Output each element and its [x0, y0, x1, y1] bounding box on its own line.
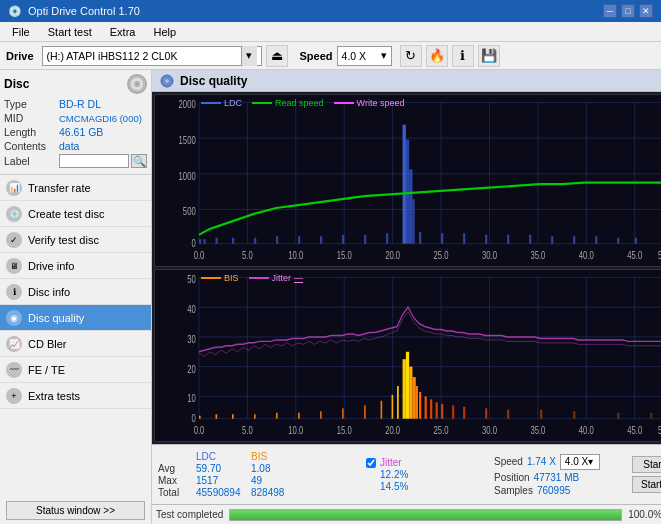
close-button[interactable]: ✕: [639, 4, 653, 18]
svg-text:40: 40: [187, 304, 196, 315]
svg-rect-71: [635, 238, 637, 244]
drive-info-icon: 🖥: [6, 258, 22, 274]
svg-text:0: 0: [191, 238, 195, 249]
svg-rect-70: [617, 238, 619, 244]
disc-label-input[interactable]: [59, 154, 129, 168]
progress-bar-container: Test completed 100.0% 66:23: [152, 504, 661, 524]
nav-fe-te-label: FE / TE: [28, 364, 65, 376]
legend-ldc-label: LDC: [224, 98, 242, 108]
svg-rect-116: [298, 413, 300, 419]
max-jitter: 14.5%: [366, 481, 486, 492]
disc-header: Disc: [4, 74, 147, 94]
menu-extra[interactable]: Extra: [102, 24, 144, 40]
stats-speed: Speed 1.74 X 4.0 X▾ Position 47731 MB Sa…: [494, 454, 624, 496]
start-full-button[interactable]: Start full: [632, 456, 661, 473]
svg-rect-63: [463, 233, 465, 243]
svg-text:10.0: 10.0: [288, 424, 303, 435]
speed-select-stat[interactable]: 4.0 X▾: [560, 454, 600, 470]
jitter-label: Jitter: [380, 457, 402, 468]
menu-file[interactable]: File: [4, 24, 38, 40]
menu-help[interactable]: Help: [145, 24, 184, 40]
nav-cd-bler[interactable]: 📈 CD Bler: [0, 331, 151, 357]
legend-ldc: LDC: [201, 98, 242, 108]
svg-rect-126: [412, 377, 415, 419]
nav-create-test-disc[interactable]: 💿 Create test disc: [0, 201, 151, 227]
nav-disc-quality[interactable]: ◉ Disc quality: [0, 305, 151, 331]
svg-rect-135: [485, 408, 487, 418]
svg-text:30: 30: [187, 334, 196, 345]
svg-rect-67: [551, 236, 553, 243]
samples-row: Samples 760995: [494, 485, 624, 496]
speed-arrow[interactable]: ▾: [381, 49, 387, 62]
svg-rect-134: [463, 407, 465, 419]
svg-text:30.0: 30.0: [482, 424, 497, 435]
nav-transfer-rate-label: Transfer rate: [28, 182, 91, 194]
drive-arrow[interactable]: ▾: [241, 46, 257, 66]
save-button[interactable]: 💾: [478, 45, 500, 67]
svg-rect-51: [276, 236, 278, 243]
disc-quality-icon: ◉: [6, 310, 22, 326]
svg-rect-129: [425, 396, 427, 418]
svg-rect-136: [507, 410, 509, 419]
svg-text:1500: 1500: [179, 135, 196, 146]
svg-rect-137: [540, 410, 542, 419]
nav-drive-info-label: Drive info: [28, 260, 74, 272]
disc-label-row: Label 🔍: [4, 154, 147, 168]
refresh-button[interactable]: ↻: [400, 45, 422, 67]
legend-write-label: Write speed: [357, 98, 405, 108]
stats-empty: [158, 451, 196, 462]
transfer-rate-icon: 📊: [6, 180, 22, 196]
nav-fe-te[interactable]: 〰 FE / TE: [0, 357, 151, 383]
speed-row: Speed 1.74 X 4.0 X▾: [494, 454, 624, 470]
nav-verify-test-disc[interactable]: ✓ Verify test disc: [0, 227, 151, 253]
max-bis: 49: [251, 475, 303, 486]
stats-ldc-header: LDC: [196, 451, 251, 462]
nav-transfer-rate[interactable]: 📊 Transfer rate: [0, 175, 151, 201]
svg-rect-56: [386, 233, 388, 243]
menu-start-test[interactable]: Start test: [40, 24, 100, 40]
app-icon: 💿: [8, 5, 22, 18]
speed-label: Speed: [300, 50, 333, 62]
chart1-wrapper: 2000 1500 1000 500 0 18X 16X 14X 12X 10X…: [154, 94, 661, 267]
svg-text:0.0: 0.0: [194, 249, 205, 260]
avg-ldc: 59.70: [196, 463, 251, 474]
nav-disc-info[interactable]: ℹ Disc info: [0, 279, 151, 305]
svg-rect-124: [406, 352, 409, 419]
nav-extra-tests-label: Extra tests: [28, 390, 80, 402]
jitter-checkbox[interactable]: [366, 458, 376, 468]
total-ldc: 45590894: [196, 487, 251, 498]
max-label: Max: [158, 475, 196, 486]
title-bar-left: 💿 Opti Drive Control 1.70: [8, 5, 140, 18]
extra-tests-icon: +: [6, 388, 22, 404]
svg-rect-64: [485, 235, 487, 244]
info-button[interactable]: ℹ: [452, 45, 474, 67]
svg-text:25.0: 25.0: [434, 249, 449, 260]
svg-rect-117: [320, 411, 322, 418]
disc-quality-header: Disc quality: [152, 70, 661, 92]
speed-val: 1.74 X: [527, 456, 556, 467]
maximize-button[interactable]: □: [621, 4, 635, 18]
fe-te-icon: 〰: [6, 362, 22, 378]
svg-text:10.0: 10.0: [288, 249, 303, 260]
label-edit-button[interactable]: 🔍: [131, 154, 147, 168]
speed-dropdown[interactable]: 4.0 X ▾: [337, 46, 392, 66]
stats-total-row: Total 45590894 828498: [158, 487, 358, 498]
svg-rect-120: [381, 401, 383, 419]
eject-button[interactable]: ⏏: [266, 45, 288, 67]
speed-label-stat: Speed: [494, 456, 523, 467]
content-area: Disc quality: [152, 70, 661, 524]
minimize-button[interactable]: ─: [603, 4, 617, 18]
type-value: BD-R DL: [59, 98, 101, 110]
svg-rect-138: [573, 411, 575, 418]
svg-rect-128: [419, 392, 421, 419]
nav-drive-info[interactable]: 🖥 Drive info: [0, 253, 151, 279]
chart1-legend: LDC Read speed Write speed: [197, 97, 408, 109]
svg-text:25.0: 25.0: [434, 424, 449, 435]
nav-extra-tests[interactable]: + Extra tests: [0, 383, 151, 409]
burn-button[interactable]: 🔥: [426, 45, 448, 67]
menu-bar: File Start test Extra Help: [0, 22, 661, 42]
start-part-button[interactable]: Start part: [632, 476, 661, 493]
svg-rect-112: [216, 414, 218, 418]
drive-dropdown[interactable]: (H:) ATAPI iHBS112 2 CL0K ▾: [42, 46, 262, 66]
status-window-button[interactable]: Status window >>: [6, 501, 145, 520]
